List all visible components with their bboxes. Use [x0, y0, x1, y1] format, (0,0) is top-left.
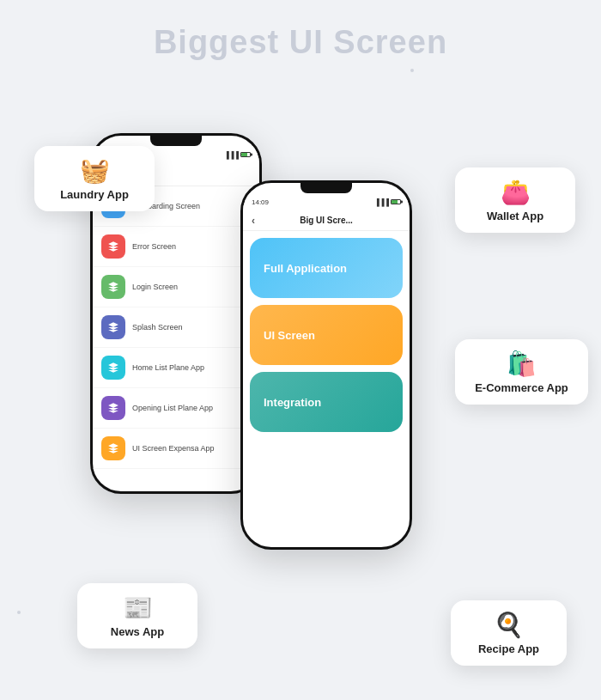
list-item: Login Screen — [93, 267, 259, 307]
card-label-integration: Integration — [264, 396, 321, 409]
list-item-icon — [101, 315, 125, 339]
list-item: Splash Screen — [93, 307, 259, 348]
wallet-icon: 👛 — [501, 178, 531, 206]
phone-left-list: OnBoarding Screen Error Screen Login Scr… — [93, 186, 259, 469]
ecommerce-label: E-Commerce App — [475, 381, 568, 394]
signal-icon: ▐▐▐ — [224, 151, 239, 159]
ecommerce-app-card[interactable]: 🛍️ E-Commerce App — [455, 339, 588, 405]
list-item-label: UI Screen Expensa App — [132, 444, 215, 453]
list-item: Opening List Plane App — [93, 388, 259, 429]
recipe-label: Recipe App — [478, 642, 539, 655]
list-item: UI Screen Expensa App — [93, 429, 259, 469]
menu-card-integration[interactable]: Integration — [250, 372, 403, 432]
menu-cards: Full Application UI Screen Integration — [243, 231, 410, 439]
list-item-label: Login Screen — [132, 283, 178, 291]
card-label-ui: UI Screen — [264, 329, 315, 342]
menu-card-ui-screen[interactable]: UI Screen — [250, 305, 403, 365]
news-label: News App — [111, 625, 164, 638]
dot-pattern-top-right: for(let i=0;i<80;i++) document.currentSc… — [410, 69, 575, 72]
phone-right-header: ‹ Big UI Scre... — [243, 210, 410, 231]
wallet-app-card[interactable]: 👛 Wallet App — [455, 167, 575, 233]
list-item-icon — [101, 275, 125, 299]
list-item-icon — [101, 436, 125, 460]
wallet-label: Wallet App — [487, 210, 543, 222]
list-item-label: Opening List Plane App — [132, 404, 213, 412]
news-app-card[interactable]: 📰 News App — [77, 583, 197, 648]
news-icon: 📰 — [123, 593, 153, 622]
laundry-icon: 🧺 — [80, 156, 110, 185]
phone-left-notch — [150, 136, 202, 146]
laundry-label: Laundry App — [60, 188, 129, 201]
status-bar-right: 14:09 ▐▐▐ — [243, 193, 410, 210]
back-arrow-icon: ‹ — [252, 215, 255, 227]
laundry-app-card[interactable]: 🧺 Laundry App — [34, 146, 155, 211]
page-title: Biggest UI Screen — [154, 24, 447, 61]
list-item: Error Screen — [93, 227, 259, 267]
card-label-full: Full Application — [264, 262, 347, 275]
list-item-icon — [101, 396, 125, 420]
status-icons-right: ▐▐▐ — [374, 198, 401, 206]
list-item-icon — [101, 356, 125, 380]
phone-right-title: Big UI Scre... — [300, 216, 353, 225]
list-item: Home List Plane App — [93, 348, 259, 388]
status-time-right: 14:09 — [252, 198, 269, 206]
list-item-label: Error Screen — [132, 242, 176, 251]
menu-card-full-application[interactable]: Full Application — [250, 238, 403, 298]
signal-icon-right: ▐▐▐ — [374, 198, 389, 206]
battery-icon-right — [391, 199, 401, 204]
battery-icon — [240, 152, 251, 157]
list-item-label: Home List Plane App — [132, 363, 204, 372]
list-item-icon — [101, 234, 125, 259]
status-icons-left: ▐▐▐ — [224, 151, 251, 159]
phone-right-notch — [300, 183, 352, 193]
phone-right: 14:09 ▐▐▐ ‹ Big UI Scre... Full Applicat… — [240, 180, 412, 550]
list-item-label: Splash Screen — [132, 323, 183, 332]
recipe-app-card[interactable]: 🍳 Recipe App — [451, 600, 567, 666]
recipe-icon: 🍳 — [494, 611, 524, 639]
ecommerce-icon: 🛍️ — [507, 350, 537, 378]
